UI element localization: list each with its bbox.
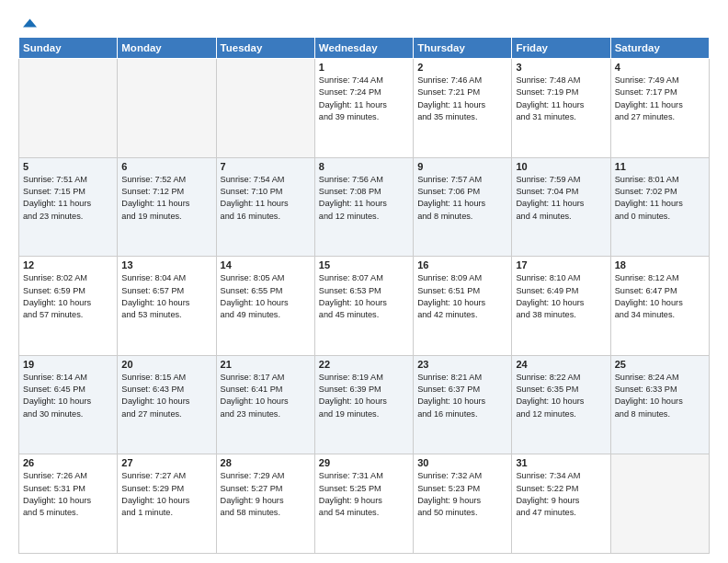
weekday-tuesday: Tuesday <box>216 38 314 59</box>
calendar-cell: 20Sunrise: 8:15 AMSunset: 6:43 PMDayligh… <box>118 355 216 454</box>
svg-marker-0 <box>23 19 37 28</box>
weekday-saturday: Saturday <box>610 38 709 59</box>
day-info: Sunrise: 8:07 AMSunset: 6:53 PMDaylight:… <box>319 272 409 321</box>
calendar-cell: 5Sunrise: 7:51 AMSunset: 7:15 PMDaylight… <box>19 157 118 257</box>
day-info: Sunrise: 7:56 AMSunset: 7:08 PMDaylight:… <box>319 174 409 223</box>
day-number: 29 <box>319 457 409 468</box>
day-number: 17 <box>516 259 606 270</box>
day-number: 7 <box>221 161 311 172</box>
day-number: 24 <box>516 359 606 370</box>
day-info: Sunrise: 8:24 AMSunset: 6:33 PMDaylight:… <box>615 372 705 420</box>
day-number: 25 <box>615 359 705 370</box>
day-info: Sunrise: 8:17 AMSunset: 6:41 PMDaylight:… <box>221 372 311 420</box>
day-info: Sunrise: 7:59 AMSunset: 7:04 PMDaylight:… <box>516 174 606 223</box>
weekday-thursday: Thursday <box>414 38 512 59</box>
weekday-monday: Monday <box>118 38 216 59</box>
calendar-cell: 7Sunrise: 7:54 AMSunset: 7:10 PMDaylight… <box>216 157 314 257</box>
weekday-header-row: SundayMondayTuesdayWednesdayThursdayFrid… <box>19 38 710 59</box>
day-info: Sunrise: 7:31 AMSunset: 5:25 PMDaylight:… <box>319 470 409 519</box>
day-number: 28 <box>221 457 311 468</box>
header <box>18 15 710 28</box>
calendar-cell: 19Sunrise: 8:14 AMSunset: 6:45 PMDayligh… <box>19 355 118 454</box>
day-info: Sunrise: 8:21 AMSunset: 6:37 PMDaylight:… <box>417 372 507 420</box>
calendar-cell: 4Sunrise: 7:49 AMSunset: 7:17 PMDaylight… <box>610 59 709 158</box>
day-number: 9 <box>417 161 507 172</box>
day-info: Sunrise: 7:32 AMSunset: 5:23 PMDaylight:… <box>417 470 507 519</box>
logo-icon <box>20 15 37 31</box>
day-number: 20 <box>121 359 211 370</box>
calendar-cell: 16Sunrise: 8:09 AMSunset: 6:51 PMDayligh… <box>414 257 512 356</box>
calendar-cell <box>19 59 118 158</box>
week-row-4: 19Sunrise: 8:14 AMSunset: 6:45 PMDayligh… <box>19 355 710 454</box>
week-row-2: 5Sunrise: 7:51 AMSunset: 7:15 PMDaylight… <box>19 157 710 257</box>
calendar-cell: 27Sunrise: 7:27 AMSunset: 5:29 PMDayligh… <box>118 454 216 554</box>
calendar-cell: 31Sunrise: 7:34 AMSunset: 5:22 PMDayligh… <box>512 454 610 554</box>
day-number: 14 <box>221 259 311 270</box>
day-number: 15 <box>319 259 409 270</box>
weekday-wednesday: Wednesday <box>314 38 413 59</box>
calendar-cell: 25Sunrise: 8:24 AMSunset: 6:33 PMDayligh… <box>610 355 709 454</box>
day-info: Sunrise: 7:49 AMSunset: 7:17 PMDaylight:… <box>615 75 705 123</box>
calendar-cell: 15Sunrise: 8:07 AMSunset: 6:53 PMDayligh… <box>314 257 413 356</box>
calendar-cell <box>216 59 314 158</box>
day-number: 13 <box>121 259 211 270</box>
calendar-cell: 8Sunrise: 7:56 AMSunset: 7:08 PMDaylight… <box>314 157 413 257</box>
page: SundayMondayTuesdayWednesdayThursdayFrid… <box>0 0 728 563</box>
day-info: Sunrise: 7:29 AMSunset: 5:27 PMDaylight:… <box>221 470 311 519</box>
day-number: 1 <box>319 62 409 73</box>
calendar-cell: 11Sunrise: 8:01 AMSunset: 7:02 PMDayligh… <box>610 157 709 257</box>
day-number: 27 <box>121 457 211 468</box>
day-number: 22 <box>319 359 409 370</box>
day-info: Sunrise: 7:51 AMSunset: 7:15 PMDaylight:… <box>23 174 113 223</box>
day-number: 31 <box>516 457 606 468</box>
calendar-cell: 14Sunrise: 8:05 AMSunset: 6:55 PMDayligh… <box>216 257 314 356</box>
calendar-cell: 23Sunrise: 8:21 AMSunset: 6:37 PMDayligh… <box>414 355 512 454</box>
day-number: 26 <box>23 457 113 468</box>
calendar-cell: 13Sunrise: 8:04 AMSunset: 6:57 PMDayligh… <box>118 257 216 356</box>
day-number: 18 <box>615 259 705 270</box>
day-info: Sunrise: 8:15 AMSunset: 6:43 PMDaylight:… <box>121 372 211 420</box>
calendar-cell: 18Sunrise: 8:12 AMSunset: 6:47 PMDayligh… <box>610 257 709 356</box>
day-info: Sunrise: 8:09 AMSunset: 6:51 PMDaylight:… <box>417 272 507 321</box>
week-row-5: 26Sunrise: 7:26 AMSunset: 5:31 PMDayligh… <box>19 454 710 554</box>
day-info: Sunrise: 7:44 AMSunset: 7:24 PMDaylight:… <box>319 75 409 123</box>
day-info: Sunrise: 7:52 AMSunset: 7:12 PMDaylight:… <box>121 174 211 223</box>
day-number: 5 <box>23 161 113 172</box>
day-number: 8 <box>319 161 409 172</box>
day-number: 21 <box>221 359 311 370</box>
calendar-cell: 17Sunrise: 8:10 AMSunset: 6:49 PMDayligh… <box>512 257 610 356</box>
week-row-3: 12Sunrise: 8:02 AMSunset: 6:59 PMDayligh… <box>19 257 710 356</box>
calendar-cell <box>610 454 709 554</box>
calendar-cell: 12Sunrise: 8:02 AMSunset: 6:59 PMDayligh… <box>19 257 118 356</box>
calendar-cell: 9Sunrise: 7:57 AMSunset: 7:06 PMDaylight… <box>414 157 512 257</box>
day-number: 2 <box>417 62 507 73</box>
calendar-cell: 6Sunrise: 7:52 AMSunset: 7:12 PMDaylight… <box>118 157 216 257</box>
day-number: 12 <box>23 259 113 270</box>
day-number: 19 <box>23 359 113 370</box>
calendar-cell: 1Sunrise: 7:44 AMSunset: 7:24 PMDaylight… <box>314 59 413 158</box>
calendar-table: SundayMondayTuesdayWednesdayThursdayFrid… <box>18 37 710 554</box>
day-number: 10 <box>516 161 606 172</box>
day-info: Sunrise: 7:48 AMSunset: 7:19 PMDaylight:… <box>516 75 606 123</box>
calendar-cell: 21Sunrise: 8:17 AMSunset: 6:41 PMDayligh… <box>216 355 314 454</box>
day-number: 4 <box>615 62 705 73</box>
day-info: Sunrise: 8:05 AMSunset: 6:55 PMDaylight:… <box>221 272 311 321</box>
weekday-friday: Friday <box>512 38 610 59</box>
day-info: Sunrise: 8:01 AMSunset: 7:02 PMDaylight:… <box>615 174 705 223</box>
day-number: 23 <box>417 359 507 370</box>
calendar-cell <box>118 59 216 158</box>
calendar-cell: 24Sunrise: 8:22 AMSunset: 6:35 PMDayligh… <box>512 355 610 454</box>
calendar-cell: 10Sunrise: 7:59 AMSunset: 7:04 PMDayligh… <box>512 157 610 257</box>
day-info: Sunrise: 8:14 AMSunset: 6:45 PMDaylight:… <box>23 372 113 420</box>
day-info: Sunrise: 8:22 AMSunset: 6:35 PMDaylight:… <box>516 372 606 420</box>
day-info: Sunrise: 7:57 AMSunset: 7:06 PMDaylight:… <box>417 174 507 223</box>
calendar-cell: 22Sunrise: 8:19 AMSunset: 6:39 PMDayligh… <box>314 355 413 454</box>
day-info: Sunrise: 8:02 AMSunset: 6:59 PMDaylight:… <box>23 272 113 321</box>
day-info: Sunrise: 8:19 AMSunset: 6:39 PMDaylight:… <box>319 372 409 420</box>
day-info: Sunrise: 8:04 AMSunset: 6:57 PMDaylight:… <box>121 272 211 321</box>
day-number: 3 <box>516 62 606 73</box>
calendar-cell: 2Sunrise: 7:46 AMSunset: 7:21 PMDaylight… <box>414 59 512 158</box>
calendar-cell: 28Sunrise: 7:29 AMSunset: 5:27 PMDayligh… <box>216 454 314 554</box>
day-number: 11 <box>615 161 705 172</box>
day-number: 6 <box>121 161 211 172</box>
